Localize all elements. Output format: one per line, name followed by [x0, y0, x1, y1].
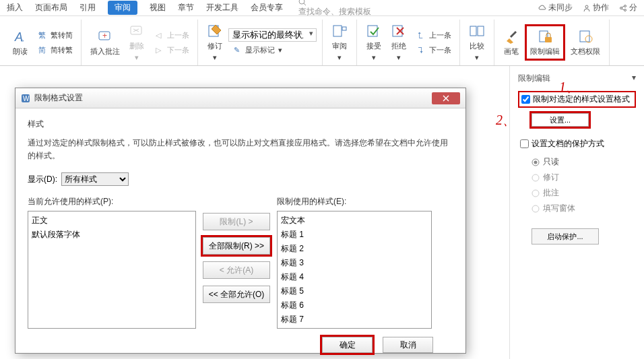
- read-aloud-button[interactable]: A» 朗读: [9, 26, 32, 59]
- list-item[interactable]: 标题 7: [281, 313, 428, 327]
- list-item[interactable]: 默认段落字体: [32, 228, 192, 242]
- markup-state-input[interactable]: [229, 29, 307, 41]
- text-icon: A»: [12, 28, 28, 44]
- radio-track[interactable]: 修订: [532, 172, 636, 183]
- delete-icon: [129, 23, 145, 39]
- list-item[interactable]: 标题 6: [281, 298, 428, 313]
- svg-line-24: [511, 32, 516, 37]
- collab-btn[interactable]: 协作: [583, 2, 609, 13]
- accept-icon: [366, 23, 382, 39]
- show-select[interactable]: 所有样式: [61, 172, 129, 186]
- menu-bar: 插入 页面布局 引用 审阅 视图 章节 开发工具 会员专享 查找命令、搜索模板 …: [0, 0, 644, 16]
- svg-rect-16: [333, 26, 342, 36]
- radio-icon: [532, 174, 540, 182]
- menu-insert[interactable]: 插入: [7, 2, 23, 13]
- menu-vip[interactable]: 会员专享: [251, 2, 283, 13]
- list-item[interactable]: 正文: [32, 214, 192, 228]
- restrict-all-button[interactable]: 全部限制(R) >>: [203, 237, 270, 255]
- prev-comment-button[interactable]: ◁上一条: [150, 28, 192, 42]
- allowed-styles-list[interactable]: 正文 默认段落字体: [28, 211, 196, 329]
- cancel-button[interactable]: 取消: [383, 337, 433, 353]
- svg-point-32: [532, 190, 539, 197]
- menu-review[interactable]: 审阅: [108, 1, 137, 15]
- markup-state-dropdown[interactable]: ▾: [228, 28, 317, 42]
- dialog-titlebar: W 限制格式设置: [15, 88, 465, 108]
- prev-icon: ◁: [153, 30, 164, 40]
- trad-to-simp-button[interactable]: 简简转繁: [34, 43, 75, 57]
- svg-point-30: [534, 160, 538, 164]
- list-item[interactable]: 标题 1: [281, 228, 428, 242]
- compare-icon: [469, 23, 485, 39]
- radio-readonly[interactable]: 只读: [532, 156, 636, 168]
- settings-button[interactable]: 设置...: [532, 113, 589, 127]
- radio-comment[interactable]: 批注: [532, 187, 636, 199]
- menu-dev[interactable]: 开发工具: [206, 2, 238, 13]
- track-changes-button[interactable]: 修订▾: [203, 21, 226, 64]
- restrict-button[interactable]: 限制(L) >: [203, 213, 270, 230]
- prev-icon: ⮤: [415, 30, 426, 40]
- list-item[interactable]: 标题 3: [281, 256, 428, 270]
- svg-text:»: »: [21, 38, 24, 44]
- radio-form[interactable]: 填写窗体: [532, 203, 636, 214]
- protect-method-checkbox[interactable]: 设置文档的保护方式: [518, 137, 636, 151]
- start-protect-button[interactable]: 启动保护...: [532, 228, 599, 244]
- search-input[interactable]: 查找命令、搜索模板: [298, 0, 371, 18]
- comment-icon: +: [97, 28, 113, 44]
- menu-layout[interactable]: 页面布局: [35, 2, 67, 13]
- compare-button[interactable]: 比较▾: [465, 21, 488, 64]
- list-item[interactable]: 标题 4: [281, 270, 428, 284]
- app-icon: W: [21, 94, 30, 103]
- next-change-button[interactable]: ⮧下一条: [412, 43, 454, 57]
- brush-button[interactable]: 画笔: [500, 26, 523, 59]
- svg-rect-17: [342, 27, 346, 30]
- checkbox-input[interactable]: [520, 139, 529, 148]
- prev-change-button[interactable]: ⮤上一条: [412, 28, 454, 42]
- checkbox-input[interactable]: [521, 95, 530, 104]
- brush-icon: [503, 28, 519, 44]
- sync-status[interactable]: 未同步: [538, 2, 573, 13]
- share-icon: [619, 4, 627, 12]
- dialog-description: 通过对选定的样式限制格式，可以防止样式被修改，也可以防止对文档直接应用格式。请选…: [28, 137, 453, 162]
- restricted-styles-list[interactable]: 宏文本 标题 1 标题 2 标题 3 标题 4 标题 5 标题 6 标题 7: [277, 211, 432, 329]
- review-pane-button[interactable]: 审阅▾: [328, 21, 351, 64]
- restrict-edit-button[interactable]: 限制编辑: [525, 24, 565, 61]
- ok-button[interactable]: 确定: [322, 337, 373, 353]
- share-btn[interactable]: 分: [619, 2, 637, 13]
- svg-rect-27: [580, 31, 589, 42]
- svg-point-33: [532, 205, 539, 212]
- next-icon: ▷: [153, 44, 164, 55]
- allow-all-button[interactable]: << 全部允许(O): [203, 286, 270, 303]
- delete-comment-button[interactable]: 删除▾: [125, 21, 148, 64]
- reject-button[interactable]: 拒绝▾: [387, 21, 410, 64]
- menu-chapter[interactable]: 章节: [178, 2, 194, 13]
- radio-icon: [532, 205, 540, 213]
- allow-button[interactable]: < 允许(A): [203, 261, 270, 279]
- lock-icon: [537, 28, 553, 44]
- section-label: 样式: [28, 119, 453, 130]
- menu-reference[interactable]: 引用: [79, 2, 96, 13]
- cloud-icon: [538, 4, 546, 12]
- close-button[interactable]: [432, 92, 460, 104]
- markup-icon: ✎: [231, 44, 242, 55]
- next-comment-button[interactable]: ▷下一条: [150, 43, 192, 57]
- show-markup-button[interactable]: ✎显示标记▾: [228, 43, 317, 57]
- list-item[interactable]: 标题 5: [281, 284, 428, 298]
- simp-to-trad-button[interactable]: 繁繁转简: [34, 28, 75, 42]
- list-item[interactable]: 宏文本: [281, 214, 428, 228]
- list-item[interactable]: 标题 2: [281, 242, 428, 256]
- doc-permission-button[interactable]: 文档权限: [567, 26, 604, 59]
- menu-view[interactable]: 视图: [150, 2, 166, 13]
- show-label: 显示(D):: [28, 174, 57, 185]
- allowed-styles-label: 当前允许使用的样式(P):: [28, 196, 196, 207]
- restrict-edit-panel: 限制编辑 ▾ 限制对选定的样式设置格式 设置... 设置文档的保护方式 只读 修…: [509, 66, 644, 359]
- svg-line-1: [304, 3, 306, 5]
- person-icon: [583, 4, 591, 12]
- insert-comment-button[interactable]: + 插入批注: [87, 26, 123, 59]
- dialog-title: 限制格式设置: [34, 92, 83, 104]
- permission-icon: [577, 28, 593, 44]
- next-icon: ⮧: [415, 44, 426, 55]
- svg-rect-26: [545, 37, 552, 42]
- svg-text:+: +: [102, 31, 107, 40]
- svg-point-2: [585, 5, 588, 8]
- accept-button[interactable]: 接受▾: [362, 21, 385, 64]
